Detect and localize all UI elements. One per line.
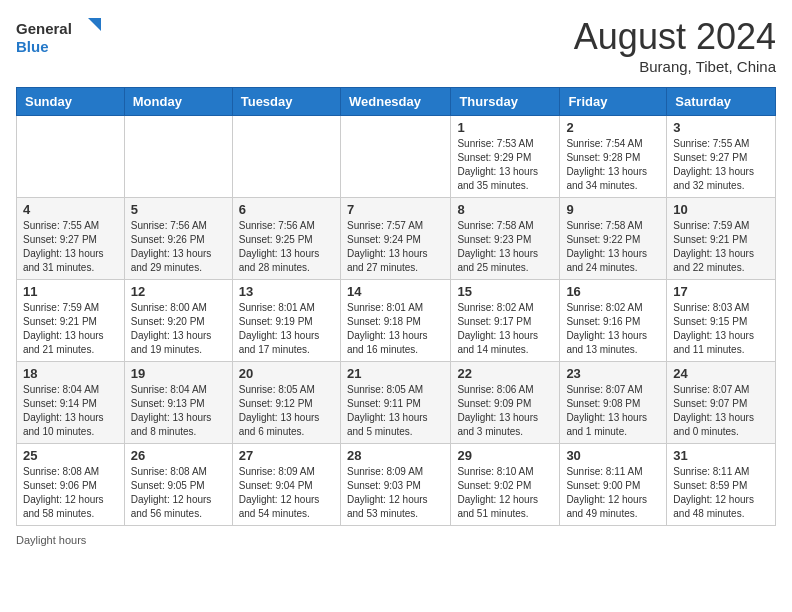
day-info: Sunrise: 7:54 AM Sunset: 9:28 PM Dayligh…: [566, 137, 660, 193]
day-number: 11: [23, 284, 118, 299]
day-info: Sunrise: 8:02 AM Sunset: 9:16 PM Dayligh…: [566, 301, 660, 357]
calendar-cell: 10Sunrise: 7:59 AM Sunset: 9:21 PM Dayli…: [667, 198, 776, 280]
day-number: 2: [566, 120, 660, 135]
day-info: Sunrise: 7:55 AM Sunset: 9:27 PM Dayligh…: [23, 219, 118, 275]
calendar-cell: 20Sunrise: 8:05 AM Sunset: 9:12 PM Dayli…: [232, 362, 340, 444]
calendar-week-row: 11Sunrise: 7:59 AM Sunset: 9:21 PM Dayli…: [17, 280, 776, 362]
day-number: 31: [673, 448, 769, 463]
calendar-cell: [124, 116, 232, 198]
day-number: 24: [673, 366, 769, 381]
title-block: August 2024 Burang, Tibet, China: [574, 16, 776, 75]
day-number: 3: [673, 120, 769, 135]
day-number: 23: [566, 366, 660, 381]
day-number: 15: [457, 284, 553, 299]
calendar-cell: 9Sunrise: 7:58 AM Sunset: 9:22 PM Daylig…: [560, 198, 667, 280]
svg-marker-2: [88, 18, 101, 31]
day-info: Sunrise: 8:05 AM Sunset: 9:11 PM Dayligh…: [347, 383, 444, 439]
day-info: Sunrise: 8:06 AM Sunset: 9:09 PM Dayligh…: [457, 383, 553, 439]
day-info: Sunrise: 7:56 AM Sunset: 9:26 PM Dayligh…: [131, 219, 226, 275]
weekday-header-sunday: Sunday: [17, 88, 125, 116]
day-info: Sunrise: 8:05 AM Sunset: 9:12 PM Dayligh…: [239, 383, 334, 439]
day-number: 12: [131, 284, 226, 299]
calendar-cell: 15Sunrise: 8:02 AM Sunset: 9:17 PM Dayli…: [451, 280, 560, 362]
calendar-cell: 29Sunrise: 8:10 AM Sunset: 9:02 PM Dayli…: [451, 444, 560, 526]
day-number: 16: [566, 284, 660, 299]
day-info: Sunrise: 8:09 AM Sunset: 9:03 PM Dayligh…: [347, 465, 444, 521]
day-info: Sunrise: 8:10 AM Sunset: 9:02 PM Dayligh…: [457, 465, 553, 521]
day-info: Sunrise: 7:59 AM Sunset: 9:21 PM Dayligh…: [23, 301, 118, 357]
calendar-cell: 30Sunrise: 8:11 AM Sunset: 9:00 PM Dayli…: [560, 444, 667, 526]
calendar-cell: 23Sunrise: 8:07 AM Sunset: 9:08 PM Dayli…: [560, 362, 667, 444]
day-info: Sunrise: 8:07 AM Sunset: 9:08 PM Dayligh…: [566, 383, 660, 439]
calendar-week-row: 1Sunrise: 7:53 AM Sunset: 9:29 PM Daylig…: [17, 116, 776, 198]
calendar-cell: 6Sunrise: 7:56 AM Sunset: 9:25 PM Daylig…: [232, 198, 340, 280]
calendar-cell: 27Sunrise: 8:09 AM Sunset: 9:04 PM Dayli…: [232, 444, 340, 526]
day-info: Sunrise: 8:04 AM Sunset: 9:13 PM Dayligh…: [131, 383, 226, 439]
calendar-cell: 17Sunrise: 8:03 AM Sunset: 9:15 PM Dayli…: [667, 280, 776, 362]
calendar-cell: 13Sunrise: 8:01 AM Sunset: 9:19 PM Dayli…: [232, 280, 340, 362]
day-number: 21: [347, 366, 444, 381]
day-info: Sunrise: 7:59 AM Sunset: 9:21 PM Dayligh…: [673, 219, 769, 275]
day-number: 14: [347, 284, 444, 299]
calendar-cell: 4Sunrise: 7:55 AM Sunset: 9:27 PM Daylig…: [17, 198, 125, 280]
day-number: 26: [131, 448, 226, 463]
day-number: 27: [239, 448, 334, 463]
calendar-cell: 22Sunrise: 8:06 AM Sunset: 9:09 PM Dayli…: [451, 362, 560, 444]
calendar-week-row: 4Sunrise: 7:55 AM Sunset: 9:27 PM Daylig…: [17, 198, 776, 280]
day-number: 17: [673, 284, 769, 299]
day-info: Sunrise: 7:57 AM Sunset: 9:24 PM Dayligh…: [347, 219, 444, 275]
svg-text:Blue: Blue: [16, 38, 49, 55]
location-subtitle: Burang, Tibet, China: [574, 58, 776, 75]
day-number: 8: [457, 202, 553, 217]
day-info: Sunrise: 8:01 AM Sunset: 9:18 PM Dayligh…: [347, 301, 444, 357]
logo-svg: General Blue: [16, 16, 106, 58]
day-info: Sunrise: 8:04 AM Sunset: 9:14 PM Dayligh…: [23, 383, 118, 439]
day-info: Sunrise: 7:58 AM Sunset: 9:22 PM Dayligh…: [566, 219, 660, 275]
calendar-cell: 7Sunrise: 7:57 AM Sunset: 9:24 PM Daylig…: [340, 198, 450, 280]
calendar-week-row: 18Sunrise: 8:04 AM Sunset: 9:14 PM Dayli…: [17, 362, 776, 444]
calendar-cell: 25Sunrise: 8:08 AM Sunset: 9:06 PM Dayli…: [17, 444, 125, 526]
day-number: 13: [239, 284, 334, 299]
page-header: General Blue August 2024 Burang, Tibet, …: [16, 16, 776, 75]
day-number: 30: [566, 448, 660, 463]
day-number: 9: [566, 202, 660, 217]
day-number: 1: [457, 120, 553, 135]
weekday-header-wednesday: Wednesday: [340, 88, 450, 116]
day-number: 7: [347, 202, 444, 217]
day-number: 28: [347, 448, 444, 463]
day-info: Sunrise: 8:01 AM Sunset: 9:19 PM Dayligh…: [239, 301, 334, 357]
calendar-cell: 16Sunrise: 8:02 AM Sunset: 9:16 PM Dayli…: [560, 280, 667, 362]
calendar-table: SundayMondayTuesdayWednesdayThursdayFrid…: [16, 87, 776, 526]
day-info: Sunrise: 7:53 AM Sunset: 9:29 PM Dayligh…: [457, 137, 553, 193]
day-number: 5: [131, 202, 226, 217]
calendar-cell: [17, 116, 125, 198]
day-number: 4: [23, 202, 118, 217]
calendar-cell: 28Sunrise: 8:09 AM Sunset: 9:03 PM Dayli…: [340, 444, 450, 526]
svg-text:General: General: [16, 20, 72, 37]
day-info: Sunrise: 8:11 AM Sunset: 9:00 PM Dayligh…: [566, 465, 660, 521]
day-number: 20: [239, 366, 334, 381]
day-info: Sunrise: 7:58 AM Sunset: 9:23 PM Dayligh…: [457, 219, 553, 275]
calendar-header-row: SundayMondayTuesdayWednesdayThursdayFrid…: [17, 88, 776, 116]
calendar-cell: 12Sunrise: 8:00 AM Sunset: 9:20 PM Dayli…: [124, 280, 232, 362]
calendar-cell: 31Sunrise: 8:11 AM Sunset: 8:59 PM Dayli…: [667, 444, 776, 526]
day-info: Sunrise: 8:11 AM Sunset: 8:59 PM Dayligh…: [673, 465, 769, 521]
day-number: 25: [23, 448, 118, 463]
day-info: Sunrise: 7:56 AM Sunset: 9:25 PM Dayligh…: [239, 219, 334, 275]
calendar-week-row: 25Sunrise: 8:08 AM Sunset: 9:06 PM Dayli…: [17, 444, 776, 526]
day-info: Sunrise: 8:07 AM Sunset: 9:07 PM Dayligh…: [673, 383, 769, 439]
weekday-header-tuesday: Tuesday: [232, 88, 340, 116]
footer: Daylight hours: [16, 534, 776, 546]
calendar-cell: 18Sunrise: 8:04 AM Sunset: 9:14 PM Dayli…: [17, 362, 125, 444]
day-info: Sunrise: 8:03 AM Sunset: 9:15 PM Dayligh…: [673, 301, 769, 357]
day-number: 10: [673, 202, 769, 217]
calendar-cell: 3Sunrise: 7:55 AM Sunset: 9:27 PM Daylig…: [667, 116, 776, 198]
month-year-title: August 2024: [574, 16, 776, 58]
weekday-header-friday: Friday: [560, 88, 667, 116]
weekday-header-monday: Monday: [124, 88, 232, 116]
day-info: Sunrise: 8:09 AM Sunset: 9:04 PM Dayligh…: [239, 465, 334, 521]
weekday-header-thursday: Thursday: [451, 88, 560, 116]
logo: General Blue: [16, 16, 106, 58]
calendar-cell: 26Sunrise: 8:08 AM Sunset: 9:05 PM Dayli…: [124, 444, 232, 526]
day-info: Sunrise: 8:02 AM Sunset: 9:17 PM Dayligh…: [457, 301, 553, 357]
